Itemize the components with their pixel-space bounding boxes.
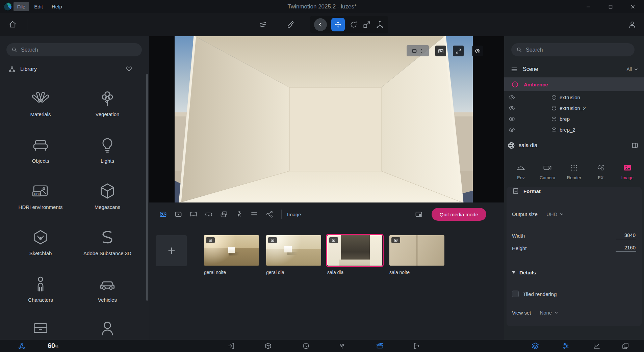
scene-item-brep[interactable]: brep [504,114,644,124]
media-item: sala noite [389,235,444,275]
library-category-lights[interactable]: Lights [75,135,139,164]
scene-item-extrusion[interactable]: extrusion [504,92,644,102]
objects-cube-icon[interactable] [264,342,273,350]
library-search[interactable] [6,43,142,56]
screenshot-icon[interactable] [435,46,446,56]
thumbnail-sala-dia[interactable] [327,235,382,266]
scene-list-icon[interactable] [511,66,518,73]
scene-item-brep-2[interactable]: brep_2 [504,125,644,135]
height-value-field[interactable]: 2160 [616,245,636,252]
menu-edit[interactable]: Edit [30,2,47,11]
visibility-eye-icon[interactable] [508,126,515,133]
notes-stack-icon[interactable] [621,342,630,350]
tab-camera[interactable]: Camera [534,163,561,184]
account-icon[interactable] [628,20,637,29]
view-set-dropdown[interactable]: None [540,310,558,316]
library-search-input[interactable] [21,47,137,53]
menu-file[interactable]: File [14,2,29,11]
add-media-button[interactable] [156,235,187,266]
output-size-row: Output size UHD [507,209,642,219]
import-icon[interactable] [227,342,236,350]
video-icon[interactable] [174,210,182,218]
library-category-partial-right[interactable] [75,318,139,337]
statistics-icon[interactable] [592,342,601,350]
megascans-icon [98,182,117,200]
move-icon[interactable] [331,18,345,31]
library-category-megascans[interactable]: Megascans [75,182,139,210]
media-preview-icon [412,48,417,54]
scene-filter-dropdown[interactable]: All [626,66,638,72]
visibility-eye-icon[interactable] [508,94,515,101]
library-category-hdri[interactable]: HDR HDRI environments [8,182,73,210]
sequence-icon[interactable] [250,210,258,218]
quit-media-mode-button[interactable]: Quit media mode [432,208,486,221]
home-icon[interactable] [8,20,17,29]
export-icon[interactable] [412,342,421,350]
favorites-heart-icon[interactable] [125,65,133,73]
width-value-field[interactable]: 3840 [616,232,636,239]
library-category-materials[interactable]: Materials [8,89,73,117]
properties-sliders-icon[interactable] [561,342,570,350]
window-title: Twinmotion 2025.2 - luzes* [0,3,644,10]
scale-icon[interactable] [362,20,371,29]
scene-item-extrusion-2[interactable]: extrusion_2 [504,103,644,113]
tab-fx[interactable]: FX [587,163,614,184]
close-button[interactable] [622,0,644,13]
split-panel-icon[interactable] [631,142,639,149]
vr-icon[interactable] [205,210,213,218]
library-category-vegetation[interactable]: Vegetation [75,89,139,117]
menu-help[interactable]: Help [48,2,66,11]
tiled-rendering-checkbox[interactable] [512,291,519,297]
panorama-icon[interactable] [189,210,198,218]
thumbnail-geral-dia[interactable] [266,235,321,266]
layers-icon[interactable] [531,342,540,350]
thumbnail-label: geral noite [204,270,259,275]
thumbnail-label: sala noite [389,270,444,275]
media-clapper-icon[interactable] [376,342,384,350]
output-size-dropdown[interactable]: UHD [546,211,564,217]
tab-env[interactable]: Env [508,163,534,184]
scene-quality-indicator[interactable]: 60% [48,342,58,350]
library-category-substance[interactable]: Adobe Substance 3D [75,228,139,256]
back-icon[interactable] [314,18,327,31]
details-section-header[interactable]: Details [507,267,642,278]
time-clock-icon[interactable] [302,342,310,350]
scene-search[interactable] [511,43,635,56]
visibility-eye-icon[interactable] [508,105,515,112]
rotate-icon[interactable] [349,20,358,29]
dock-preview-icon[interactable] [415,210,423,218]
viewport-3d[interactable] [175,36,473,202]
export-nodes-icon[interactable] [265,210,274,218]
tab-image[interactable]: Image [614,163,641,184]
visibility-eye-icon[interactable] [508,115,515,123]
ambience-icon [511,80,519,88]
more-icon[interactable] [419,49,424,53]
visibility-icon[interactable] [472,46,483,56]
scene-search-input[interactable] [526,47,630,53]
image-icon[interactable] [159,210,167,218]
library-scrollbar[interactable] [146,74,148,301]
restore-button[interactable] [599,0,622,13]
media-preview-toggle[interactable] [407,45,429,56]
thumbnail-geral-noite[interactable] [204,235,259,266]
library-category-objects[interactable]: Objects [8,135,73,164]
library-category-sketchfab[interactable]: Sketchfab [8,228,73,256]
walkthrough-icon[interactable] [235,210,243,218]
library-category-characters[interactable]: Characters [8,274,73,303]
scene-graph-icon[interactable] [17,342,26,350]
tab-label: Camera [540,175,555,180]
section-planes-icon[interactable] [258,20,267,29]
format-section-header[interactable]: Format [507,187,642,197]
axis-icon[interactable] [376,20,384,29]
presentation-icon[interactable] [220,210,228,218]
library-category-vehicles[interactable]: Vehicles [75,274,139,303]
thumbnail-sala-noite[interactable] [389,235,444,266]
expand-icon[interactable] [453,46,464,56]
tab-render[interactable]: Render [561,163,588,184]
scene-item-ambience[interactable]: Ambience [504,78,644,91]
minimize-button[interactable] [577,0,599,13]
vegetation-paint-icon[interactable] [338,342,346,350]
eyedropper-icon[interactable] [286,20,295,29]
library-category-partial-left[interactable] [8,318,73,337]
render-icon [569,163,579,172]
